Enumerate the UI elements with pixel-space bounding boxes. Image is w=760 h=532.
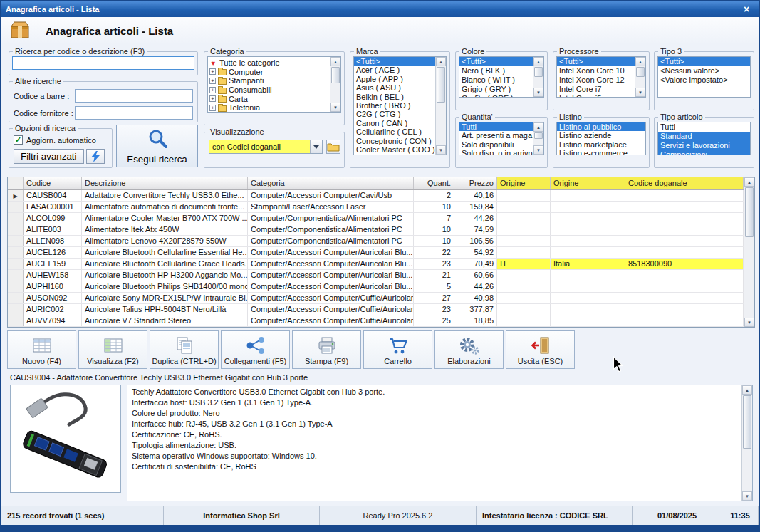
table-row[interactable]: ALLEN098 Alimentatore Lenovo 4X20F28579 … — [8, 236, 744, 247]
table-row[interactable]: LASAC00001 Alimentatore automatico di do… — [8, 202, 744, 213]
carrello-button[interactable]: Carrello — [363, 330, 432, 369]
uscita-button[interactable]: Uscita (ESC) — [506, 330, 575, 369]
expand-icon[interactable]: + — [209, 68, 216, 75]
column-header-categoria[interactable]: Categoria — [248, 177, 414, 189]
close-button[interactable]: × — [739, 4, 754, 15]
processor-list-item[interactable]: Intel Core i7 — [557, 85, 635, 94]
row-selector-cell[interactable] — [8, 224, 24, 235]
brand-list-item[interactable]: C2G ( CTG ) — [354, 110, 435, 118]
scroll-thumb[interactable] — [331, 67, 340, 83]
column-header-codice[interactable]: Codice — [24, 177, 82, 189]
column-header-quant[interactable]: Quant. — [414, 177, 454, 189]
brand-list-item[interactable]: Canon ( CAN ) — [354, 119, 435, 127]
row-selector-cell[interactable] — [8, 259, 24, 269]
scroll-track[interactable] — [744, 187, 754, 318]
row-selector-cell[interactable] — [8, 281, 24, 292]
dropdown-arrow-icon[interactable] — [310, 140, 322, 153]
expand-icon[interactable]: + — [209, 105, 216, 111]
brand-list-item[interactable]: <Tutti> — [354, 57, 435, 66]
brand-list-item[interactable]: Asus ( ASU ) — [354, 83, 435, 92]
stampa-button[interactable]: Stampa (F9) — [292, 330, 361, 369]
table-row[interactable]: ALITE003 Alimentatore Itek Atx 450W Comp… — [8, 224, 744, 236]
quick-filter-button[interactable] — [86, 149, 105, 164]
table-row[interactable]: AUCEL159 Auricolare Bluetooth Cellularli… — [8, 259, 744, 270]
visualizza-button[interactable]: Visualizza (F2) — [78, 330, 147, 369]
scroll-track[interactable] — [742, 395, 752, 491]
category-scrollbar[interactable]: ▲ ▼ — [330, 57, 340, 112]
scroll-track[interactable] — [330, 66, 340, 103]
scroll-down-button[interactable]: ▼ — [742, 491, 752, 501]
table-row[interactable]: AUVV7094 Auricolare V7 Standard Stereo C… — [8, 315, 744, 327]
open-folder-button[interactable] — [326, 140, 340, 154]
expand-icon[interactable]: + — [209, 78, 216, 84]
scroll-track[interactable] — [533, 66, 543, 88]
brand-list-item[interactable]: Dahua Europe ( DHE ) — [354, 154, 435, 155]
code-search-input[interactable] — [12, 56, 194, 70]
category-item-stampanti[interactable]: + Stampanti — [209, 76, 328, 85]
processor-list-item[interactable]: Intel Core i5 — [557, 94, 635, 97]
titlebar[interactable]: Anagrafica articoli - Lista × — [1, 1, 759, 17]
scroll-up-button[interactable]: ▲ — [533, 57, 543, 66]
scroll-thumb[interactable] — [534, 132, 543, 139]
color-list-item[interactable]: Bianco ( WHT ) — [459, 75, 533, 85]
quantity-scrollbar[interactable]: ▲ ▼ — [533, 122, 543, 155]
scroll-up-button[interactable]: ▲ — [742, 385, 752, 395]
column-header-descrizione[interactable]: Descrizione — [82, 177, 248, 189]
scroll-up-button[interactable]: ▲ — [744, 177, 754, 187]
scroll-track[interactable] — [635, 66, 645, 88]
brand-scrollbar[interactable]: ▲ ▼ — [435, 57, 446, 155]
supplier-code-input[interactable] — [75, 106, 193, 120]
collegamenti-button[interactable]: Collegamenti (F5) — [221, 330, 290, 369]
scroll-down-button[interactable]: ▼ — [330, 103, 340, 112]
duplica-button[interactable]: Duplica (CTRL+D) — [150, 330, 219, 369]
pricelist-list-item[interactable]: Listino e-commerce — [557, 149, 645, 155]
row-selector-cell[interactable] — [8, 213, 24, 224]
pricelist-list-item[interactable]: Listino marketplace — [557, 140, 645, 149]
scroll-thumb[interactable] — [534, 67, 543, 77]
auto-update-checkbox[interactable]: ✓ — [14, 135, 23, 145]
quantity-list-item[interactable]: Solo disponibili — [459, 140, 533, 149]
expand-icon[interactable]: + — [209, 95, 216, 102]
processor-list-item[interactable]: Intel Xeon Core 12 — [557, 75, 635, 85]
table-row[interactable]: ALCOL099 Alimentatore Cooler Master B700… — [8, 213, 744, 224]
brand-list-item[interactable]: Apple ( APP ) — [354, 75, 435, 83]
view-mode-select[interactable]: con Codici doganali — [209, 140, 323, 154]
category-item-carta[interactable]: + Carta — [209, 94, 328, 103]
row-selector-cell[interactable] — [8, 247, 24, 258]
color-list-item[interactable]: <Tutti> — [459, 57, 533, 66]
pricelist-list-item[interactable]: Listino aziende — [557, 131, 645, 140]
scroll-track[interactable] — [436, 66, 446, 145]
quantity-list-item[interactable]: Tutti — [459, 122, 533, 131]
color-list-item[interactable]: Grigio ( GRY ) — [459, 85, 533, 94]
scroll-up-button[interactable]: ▲ — [330, 57, 340, 66]
scroll-down-button[interactable]: ▼ — [635, 88, 645, 97]
table-row[interactable]: AURIC002 Auricolare Talius HPH-5004BT Ne… — [8, 304, 744, 315]
category-item-consumabili[interactable]: + Consumabili — [209, 85, 328, 95]
nuovo-button[interactable]: Nuovo (F4) — [7, 330, 76, 369]
color-list-item[interactable]: Nero ( BLK ) — [459, 66, 533, 75]
advanced-filters-button[interactable]: Filtri avanzati — [14, 149, 84, 164]
description-scrollbar[interactable]: ▲ ▼ — [741, 385, 752, 501]
processor-list-item[interactable]: <Tutti> — [557, 57, 635, 66]
table-row[interactable]: ▶ CAUSB004 Adattatore Convertitore Techl… — [8, 190, 744, 202]
column-header-origine-2[interactable]: Origine — [551, 177, 625, 189]
table-row[interactable]: AUCEL126 Auricolare Bluetooth Cellularli… — [8, 247, 744, 259]
article-type-list-item[interactable]: Tutti — [658, 122, 750, 132]
type3-list-item[interactable]: <Nessun valore> — [658, 66, 750, 75]
table-scrollbar[interactable]: ▲ ▼ — [744, 177, 754, 327]
row-selector-cell[interactable] — [8, 202, 24, 212]
category-item-all[interactable]: ♥ Tutte le categorie — [209, 58, 328, 68]
expand-icon[interactable]: + — [209, 87, 216, 93]
article-type-list-item[interactable]: Composizioni — [658, 150, 750, 155]
table-row[interactable]: AUSON092 Auricolare Sony MDR-EX15LP/W In… — [8, 293, 744, 304]
elaborazioni-button[interactable]: Elaborazioni — [434, 330, 504, 369]
type3-list-item[interactable]: <Valore impostato> — [658, 75, 750, 85]
row-selector-cell[interactable] — [8, 315, 24, 326]
scroll-down-button[interactable]: ▼ — [744, 318, 754, 327]
column-header-codice-doganale[interactable]: Codice doganale — [625, 177, 744, 189]
row-selector-cell[interactable] — [8, 293, 24, 303]
brand-list-item[interactable]: Acer ( ACE ) — [354, 66, 435, 74]
brand-list-item[interactable]: Belkin ( BEL ) — [354, 93, 435, 101]
scroll-up-button[interactable]: ▲ — [533, 122, 543, 132]
brand-list-item[interactable]: Cooler Master ( COO ) — [354, 145, 435, 154]
